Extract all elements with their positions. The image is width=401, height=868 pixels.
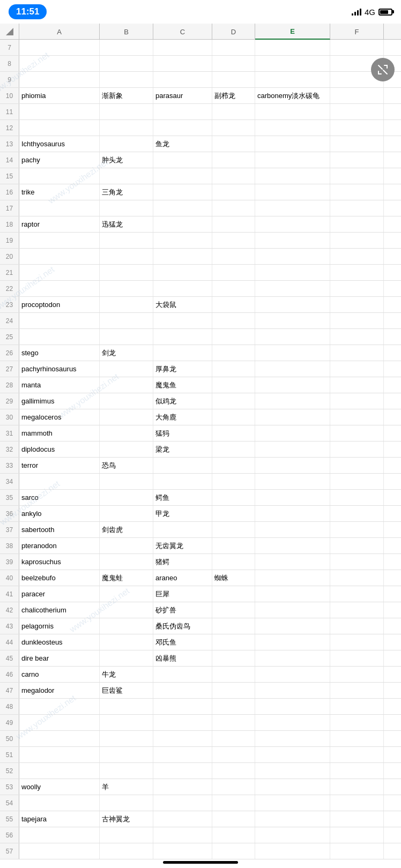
cell-b[interactable]: 巨齿鲨 (100, 683, 153, 698)
cell-c[interactable] (153, 763, 212, 779)
cell-e[interactable] (255, 779, 330, 795)
cell-b[interactable]: 肿头龙 (100, 152, 153, 168)
cell-e[interactable] (255, 458, 330, 473)
cell-c[interactable] (153, 811, 212, 827)
cell-b[interactable] (100, 843, 153, 859)
cell-f[interactable] (330, 104, 384, 119)
cell-f[interactable] (330, 345, 384, 361)
cell-e[interactable] (255, 313, 330, 328)
cell-e[interactable] (255, 474, 330, 489)
cell-f[interactable] (330, 265, 384, 280)
cell-c[interactable] (153, 843, 212, 859)
cell-f[interactable] (330, 168, 384, 184)
table-row[interactable]: 10 phiomia 渐新象 parasaur 副栉龙 carbonemy淡水碳… (0, 88, 401, 104)
cell-a[interactable] (19, 843, 100, 859)
cell-c[interactable]: 桑氏伪齿鸟 (153, 618, 212, 634)
cell-a[interactable]: phiomia (19, 88, 100, 103)
cell-f[interactable] (330, 425, 384, 441)
cell-d[interactable] (212, 667, 255, 682)
cell-b[interactable]: 羊 (100, 779, 153, 795)
cell-e[interactable] (255, 506, 330, 521)
cell-c[interactable]: 魔鬼鱼 (153, 377, 212, 393)
cell-c[interactable] (153, 152, 212, 168)
table-row[interactable]: 46 carno 牛龙 (0, 667, 401, 683)
cell-a[interactable]: manta (19, 377, 100, 393)
table-row[interactable]: 44 dunkleosteus 邓氏鱼 (0, 634, 401, 650)
table-row[interactable]: 49 (0, 715, 401, 731)
table-row[interactable]: 8 (0, 56, 401, 72)
cell-b[interactable] (100, 393, 153, 409)
cell-d[interactable] (212, 683, 255, 698)
cell-c[interactable]: 邓氏鱼 (153, 634, 212, 650)
cell-a[interactable]: gallimimus (19, 393, 100, 409)
cell-a[interactable]: ankylo (19, 506, 100, 521)
cell-f[interactable] (330, 522, 384, 537)
cell-f[interactable] (330, 88, 384, 103)
table-row[interactable]: 27 pachyrhinosaurus 厚鼻龙 (0, 361, 401, 377)
cell-e[interactable] (255, 731, 330, 746)
cell-a[interactable]: paracer (19, 586, 100, 602)
table-row[interactable]: 57 (0, 843, 401, 859)
cell-e[interactable] (255, 72, 330, 87)
cell-a[interactable]: dunkleosteus (19, 634, 100, 650)
cell-e[interactable] (255, 249, 330, 264)
cell-e[interactable] (255, 265, 330, 280)
cell-b[interactable]: 魔鬼蛙 (100, 570, 153, 586)
cell-b[interactable] (100, 618, 153, 634)
table-row[interactable]: 18 raptor 迅猛龙 (0, 216, 401, 233)
cell-c[interactable] (153, 779, 212, 795)
cell-b[interactable] (100, 281, 153, 296)
cell-f[interactable] (330, 200, 384, 216)
cell-d[interactable] (212, 779, 255, 795)
cell-e[interactable] (255, 490, 330, 505)
cell-f[interactable] (330, 490, 384, 505)
cell-d[interactable] (212, 329, 255, 345)
col-header-e[interactable]: E (255, 24, 330, 40)
cell-a[interactable] (19, 249, 100, 264)
cell-c[interactable] (153, 200, 212, 216)
table-row[interactable]: 40 beelzebufo 魔鬼蛙 araneo 蜘蛛 (0, 570, 401, 586)
table-row[interactable]: 38 pteranodon 无齿翼龙 (0, 538, 401, 554)
cell-b[interactable] (100, 586, 153, 602)
table-row[interactable]: 22 (0, 281, 401, 297)
cell-c[interactable]: 猛犸 (153, 425, 212, 441)
cell-d[interactable] (212, 827, 255, 843)
cell-f[interactable] (330, 136, 384, 152)
cell-b[interactable] (100, 763, 153, 779)
cell-c[interactable] (153, 827, 212, 843)
cell-e[interactable] (255, 200, 330, 216)
cell-c[interactable]: 鳄鱼 (153, 490, 212, 505)
cell-e[interactable] (255, 586, 330, 602)
col-header-a[interactable]: A (19, 24, 100, 40)
cell-a[interactable]: pachy (19, 152, 100, 168)
cell-d[interactable] (212, 699, 255, 714)
table-row[interactable]: 19 (0, 233, 401, 249)
cell-f[interactable] (330, 458, 384, 473)
cell-f[interactable] (330, 618, 384, 634)
cell-c[interactable] (153, 731, 212, 746)
cell-a[interactable]: procoptodon (19, 297, 100, 312)
cell-a[interactable] (19, 56, 100, 71)
cell-f[interactable] (330, 667, 384, 682)
cell-e[interactable] (255, 233, 330, 248)
cell-c[interactable] (153, 265, 212, 280)
cell-b[interactable] (100, 538, 153, 553)
table-row[interactable]: 52 (0, 763, 401, 779)
table-row[interactable]: 56 (0, 827, 401, 843)
cell-e[interactable] (255, 618, 330, 634)
cell-c[interactable] (153, 522, 212, 537)
table-row[interactable]: 15 (0, 168, 401, 184)
cell-a[interactable] (19, 313, 100, 328)
cell-e[interactable] (255, 297, 330, 312)
cell-c[interactable] (153, 747, 212, 762)
cell-b[interactable] (100, 377, 153, 393)
cell-d[interactable] (212, 474, 255, 489)
cell-d[interactable] (212, 490, 255, 505)
cell-a[interactable] (19, 715, 100, 730)
cell-a[interactable] (19, 265, 100, 280)
table-row[interactable]: 53 woolly 羊 (0, 779, 401, 795)
cell-a[interactable] (19, 329, 100, 345)
cell-b[interactable] (100, 634, 153, 650)
cell-f[interactable] (330, 377, 384, 393)
cell-d[interactable] (212, 843, 255, 859)
